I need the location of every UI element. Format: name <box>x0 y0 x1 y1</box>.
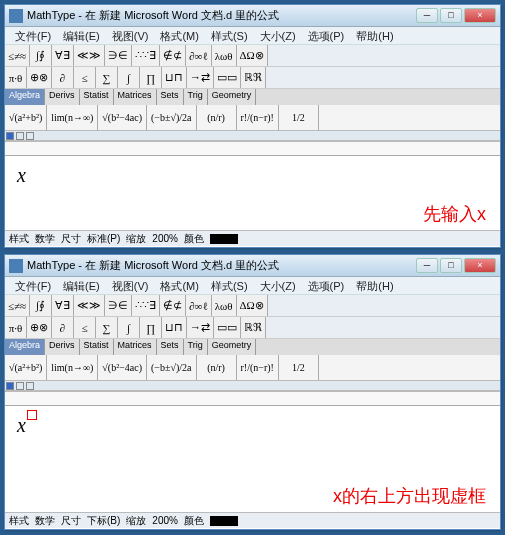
tmpl-prod[interactable]: ∏ <box>140 67 162 88</box>
sym-therefore[interactable]: ∴∵∃ <box>132 45 160 66</box>
tmpl-sub[interactable]: ∂ <box>52 67 74 88</box>
tab-geometry[interactable]: Geometry <box>208 89 257 105</box>
titlebar[interactable]: MathType - 在 新建 Microsoft Word 文档.d 里的公式… <box>5 5 500 27</box>
tmpl-sum[interactable]: ∑ <box>96 317 118 338</box>
sym-greek-u[interactable]: ΔΩ⊗ <box>237 45 268 66</box>
tmpl-lim[interactable]: lim(n→∞) <box>47 105 98 130</box>
menu-help[interactable]: 帮助(H) <box>350 277 399 294</box>
sym-relations[interactable]: ≤≠≈ <box>5 295 30 316</box>
color-swatch[interactable] <box>16 382 24 390</box>
sym-greek-l[interactable]: λωθ <box>212 295 237 316</box>
sym-logic[interactable]: ∀∃ <box>52 45 74 66</box>
tmpl-binom[interactable]: (n/r) <box>197 105 237 130</box>
minimize-button[interactable]: ─ <box>416 8 438 23</box>
sym-notset[interactable]: ∉⊄ <box>160 295 186 316</box>
tmpl-fence[interactable]: π·θ <box>5 317 27 338</box>
menu-file[interactable]: 文件(F) <box>9 277 57 294</box>
sym-set[interactable]: ∋∈ <box>105 45 132 66</box>
sym-notset[interactable]: ∉⊄ <box>160 45 186 66</box>
tmpl-bar[interactable]: ⊔⊓ <box>162 317 187 338</box>
tab-algebra[interactable]: Algebra <box>5 89 45 105</box>
tmpl-fact[interactable]: r!/(n−r)! <box>237 105 279 130</box>
tmpl-fact[interactable]: r!/(n−r)! <box>237 355 279 380</box>
tab-statist[interactable]: Statist <box>80 339 114 355</box>
menu-edit[interactable]: 编辑(E) <box>57 27 106 44</box>
tmpl-quad[interactable]: (−b±√)/2a <box>147 355 197 380</box>
maximize-button[interactable]: □ <box>440 8 462 23</box>
tmpl-arrow[interactable]: →⇄ <box>187 67 214 88</box>
sym-greek-u[interactable]: ΔΩ⊗ <box>237 295 268 316</box>
tmpl-sum[interactable]: ∑ <box>96 67 118 88</box>
menu-view[interactable]: 视图(V) <box>106 27 155 44</box>
tmpl-sets[interactable]: ℝℜ <box>241 317 266 338</box>
tmpl-rel[interactable]: ≤ <box>74 67 96 88</box>
sym-integral[interactable]: ∫∮ <box>30 295 52 316</box>
sym-greek-l[interactable]: λωθ <box>212 45 237 66</box>
tmpl-matrix[interactable]: ▭▭ <box>214 317 241 338</box>
close-button[interactable]: × <box>464 258 496 273</box>
menu-help[interactable]: 帮助(H) <box>350 27 399 44</box>
tmpl-int[interactable]: ∫ <box>118 67 140 88</box>
tmpl-disc[interactable]: √(b²−4ac) <box>98 105 147 130</box>
tmpl-half[interactable]: 1/2 <box>279 105 319 130</box>
minimize-button[interactable]: ─ <box>416 258 438 273</box>
tmpl-rel[interactable]: ≤ <box>74 317 96 338</box>
tab-trig[interactable]: Trig <box>184 89 208 105</box>
color-swatch[interactable] <box>26 382 34 390</box>
sym-set[interactable]: ∋∈ <box>105 295 132 316</box>
tmpl-sub[interactable]: ∂ <box>52 317 74 338</box>
sym-logic[interactable]: ∀∃ <box>52 295 74 316</box>
titlebar[interactable]: MathType - 在 新建 Microsoft Word 文档.d 里的公式… <box>5 255 500 277</box>
tmpl-half[interactable]: 1/2 <box>279 355 319 380</box>
tmpl-sqrt[interactable]: √(a²+b²) <box>5 355 47 380</box>
tmpl-bar[interactable]: ⊔⊓ <box>162 67 187 88</box>
tab-sets[interactable]: Sets <box>157 339 184 355</box>
tmpl-sets[interactable]: ℝℜ <box>241 67 266 88</box>
tab-trig[interactable]: Trig <box>184 339 208 355</box>
menu-format[interactable]: 格式(M) <box>154 277 205 294</box>
color-swatch[interactable] <box>6 132 14 140</box>
sym-therefore[interactable]: ∴∵∃ <box>132 295 160 316</box>
tmpl-quad[interactable]: (−b±√)/2a <box>147 105 197 130</box>
tab-statist[interactable]: Statist <box>80 89 114 105</box>
menu-format[interactable]: 格式(M) <box>154 27 205 44</box>
tmpl-sqrt[interactable]: √(a²+b²) <box>5 105 47 130</box>
tab-sets[interactable]: Sets <box>157 89 184 105</box>
sym-order[interactable]: ≪≫ <box>74 295 105 316</box>
tab-derivs[interactable]: Derivs <box>45 89 80 105</box>
tmpl-fence[interactable]: π·θ <box>5 67 27 88</box>
sym-calc[interactable]: ∂∞ℓ <box>186 45 212 66</box>
tmpl-frac[interactable]: ⊕⊗ <box>27 317 52 338</box>
tab-geometry[interactable]: Geometry <box>208 339 257 355</box>
tmpl-disc[interactable]: √(b²−4ac) <box>98 355 147 380</box>
sym-order[interactable]: ≪≫ <box>74 45 105 66</box>
tmpl-lim[interactable]: lim(n→∞) <box>47 355 98 380</box>
tmpl-binom[interactable]: (n/r) <box>197 355 237 380</box>
sym-integral[interactable]: ∫∮ <box>30 45 52 66</box>
menu-size[interactable]: 大小(Z) <box>254 277 302 294</box>
tmpl-prod[interactable]: ∏ <box>140 317 162 338</box>
menu-file[interactable]: 文件(F) <box>9 27 57 44</box>
menu-view[interactable]: 视图(V) <box>106 277 155 294</box>
tmpl-matrix[interactable]: ▭▭ <box>214 67 241 88</box>
color-swatch[interactable] <box>6 382 14 390</box>
color-swatch[interactable] <box>26 132 34 140</box>
menu-options[interactable]: 选项(P) <box>302 277 351 294</box>
menu-size[interactable]: 大小(Z) <box>254 27 302 44</box>
tmpl-frac[interactable]: ⊕⊗ <box>27 67 52 88</box>
menu-edit[interactable]: 编辑(E) <box>57 277 106 294</box>
sym-relations[interactable]: ≤≠≈ <box>5 45 30 66</box>
tab-matrices[interactable]: Matrices <box>114 339 157 355</box>
menu-style[interactable]: 样式(S) <box>205 27 254 44</box>
tab-derivs[interactable]: Derivs <box>45 339 80 355</box>
color-swatch[interactable] <box>16 132 24 140</box>
tmpl-int[interactable]: ∫ <box>118 317 140 338</box>
close-button[interactable]: × <box>464 8 496 23</box>
tmpl-arrow[interactable]: →⇄ <box>187 317 214 338</box>
maximize-button[interactable]: □ <box>440 258 462 273</box>
menu-options[interactable]: 选项(P) <box>302 27 351 44</box>
menu-style[interactable]: 样式(S) <box>205 277 254 294</box>
tab-matrices[interactable]: Matrices <box>114 89 157 105</box>
equation-editor[interactable]: x 先输入x <box>5 156 500 230</box>
tab-algebra[interactable]: Algebra <box>5 339 45 355</box>
